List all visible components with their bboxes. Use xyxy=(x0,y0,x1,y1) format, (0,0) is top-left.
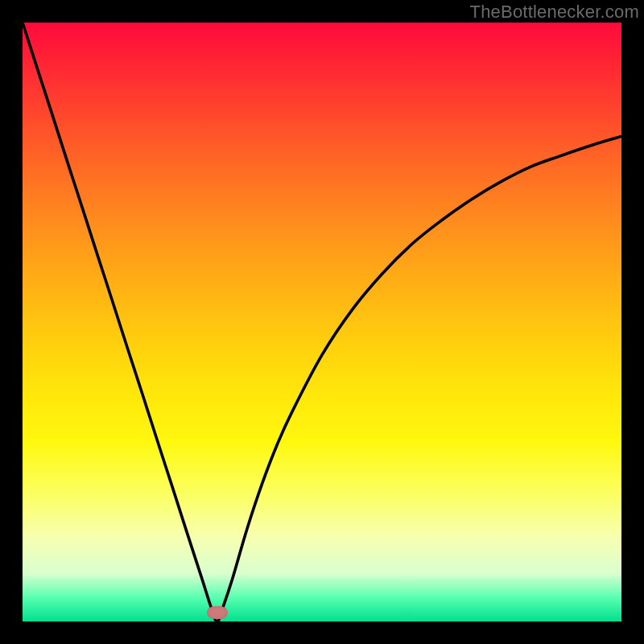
chart-root: TheBottlenecker.com xyxy=(0,0,644,644)
bottleneck-curve xyxy=(23,23,621,621)
vertex-marker xyxy=(207,606,228,619)
attribution-watermark: TheBottlenecker.com xyxy=(470,2,639,23)
